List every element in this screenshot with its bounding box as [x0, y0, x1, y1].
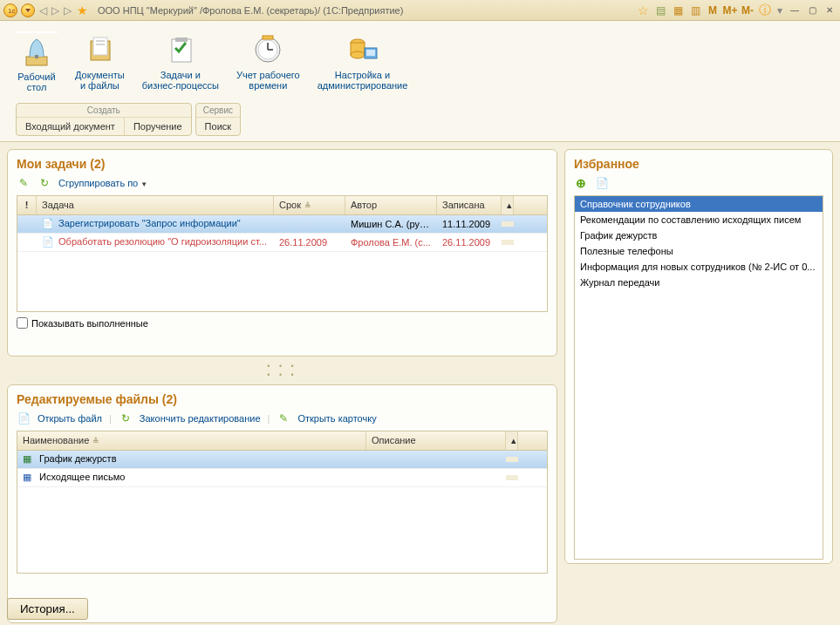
incoming-doc-button[interactable]: Входящий документ: [17, 118, 125, 135]
open-card-button[interactable]: Открыть карточку: [297, 413, 376, 424]
col-author[interactable]: Автор: [345, 196, 437, 214]
sub-group-create: Создать Входящий документ Поручение: [16, 103, 192, 136]
desktop-icon: [16, 33, 58, 68]
favorites-panel: Избранное ⊕ 📄 Справочник сотрудников Рек…: [564, 149, 833, 564]
calc-icon[interactable]: ▦: [671, 3, 685, 17]
favorite-item[interactable]: Информация для новых сотрудников (№ 2-ИС…: [575, 259, 823, 275]
settings-icon: [342, 31, 384, 66]
refresh-icon[interactable]: ↻: [38, 176, 51, 190]
favorite-icon[interactable]: ★: [75, 3, 89, 17]
svg-rect-2: [35, 55, 38, 58]
file-icon: 📄: [17, 411, 31, 425]
star-icon[interactable]: ☆: [636, 3, 650, 17]
col-recorded[interactable]: Записана: [437, 196, 502, 214]
document-icon[interactable]: 📄: [595, 176, 609, 190]
col-name[interactable]: Наименование≜: [17, 431, 366, 450]
col-deadline[interactable]: Срок≜: [274, 196, 345, 214]
svg-rect-4: [93, 37, 107, 55]
svg-rect-7: [172, 39, 191, 62]
svg-rect-18: [366, 50, 375, 56]
tab-settings-label: Настройка и администрирование: [318, 70, 408, 91]
task-icon: 📄: [42, 218, 56, 230]
clock-icon: [247, 31, 289, 66]
tab-tasks[interactable]: Задачи и бизнес-процессы: [142, 31, 219, 92]
panel-separator[interactable]: • • •• • •: [7, 360, 557, 381]
favorite-item[interactable]: Справочник сотрудников: [575, 196, 823, 212]
maximize-button[interactable]: ▢: [805, 4, 819, 17]
titlebar: 1c ◁ ▷ ▷ ★ ООО НПЦ "Меркурий" /Фролова Е…: [0, 0, 840, 21]
finish-editing-button[interactable]: Закончить редактирование: [140, 413, 261, 424]
tab-time[interactable]: Учет рабочего времени: [236, 31, 300, 92]
info-dropdown-icon[interactable]: ▾: [775, 3, 784, 17]
tab-time-label: Учет рабочего времени: [236, 70, 300, 91]
tasks-title: Мои задачи (2): [17, 157, 548, 171]
show-done-label: Показывать выполненные: [31, 318, 148, 329]
edit-icon[interactable]: ✎: [17, 176, 31, 190]
dropdown-icon[interactable]: [21, 3, 35, 17]
show-done-checkbox[interactable]: Показывать выполненные: [17, 312, 548, 329]
col-priority[interactable]: !: [17, 196, 37, 214]
svg-point-16: [351, 51, 365, 58]
calendar-icon[interactable]: ▥: [688, 3, 702, 17]
tasks-panel: Мои задачи (2) ✎ ↻ Сгруппировать по ▼ ! …: [7, 149, 557, 357]
word-icon: ▦: [23, 472, 37, 484]
file-row[interactable]: ▦ Исходящее письмо: [17, 469, 547, 487]
nav-back-icon[interactable]: ◁: [38, 3, 47, 17]
task-row[interactable]: 📄 Обработать резолюцию "О гидроизоляции …: [17, 234, 547, 252]
tasks-grid: ! Задача Срок≜ Автор Записана ▴ 📄 Зареги…: [17, 195, 548, 312]
sub-group-create-header: Создать: [17, 104, 191, 118]
favorite-item[interactable]: Полезные телефоны: [575, 243, 823, 259]
card-icon: ✎: [277, 411, 290, 425]
file-row[interactable]: ▦ График дежурств: [17, 451, 547, 469]
minimize-button[interactable]: —: [788, 4, 802, 17]
clipboard-icon[interactable]: ▤: [653, 3, 667, 17]
info-icon[interactable]: ⓘ: [758, 3, 772, 17]
tab-settings[interactable]: Настройка и администрирование: [318, 31, 408, 92]
files-panel: Редактируемые файлы (2) 📄 Открыть файл |…: [7, 384, 557, 623]
task-icon: 📄: [42, 236, 56, 248]
col-scroll-marker: ▴: [502, 196, 514, 214]
sub-group-service: Сервис Поиск: [195, 103, 241, 136]
tasks-icon: [160, 31, 201, 66]
files-title: Редактируемые файлы (2): [17, 392, 548, 406]
assignment-button[interactable]: Поручение: [125, 118, 191, 135]
favorite-item[interactable]: Рекомендации по составлению исходящих пи…: [575, 212, 823, 228]
m-minus-button[interactable]: M-: [741, 4, 755, 17]
m-button[interactable]: M: [706, 4, 720, 17]
files-grid: Наименование≜ Описание ▴ ▦ График дежурс…: [17, 431, 548, 574]
favorites-list: Справочник сотрудников Рекомендации по с…: [574, 195, 823, 560]
favorite-item[interactable]: Журнал передачи: [575, 275, 823, 290]
history-button[interactable]: История...: [7, 598, 88, 620]
nav-fwd2-icon[interactable]: ▷: [63, 3, 72, 17]
documents-icon: [79, 31, 120, 66]
excel-icon: ▦: [23, 453, 37, 465]
svg-rect-13: [263, 36, 273, 39]
show-done-input[interactable]: [17, 317, 28, 329]
group-by-dropdown[interactable]: Сгруппировать по ▼: [58, 178, 147, 188]
svg-text:1c: 1c: [8, 7, 15, 15]
tab-desktop[interactable]: Рабочий стол: [16, 31, 58, 92]
tab-tasks-label: Задачи и бизнес-процессы: [142, 70, 219, 91]
task-row[interactable]: 📄 Зарегистрировать "Запрос информации" М…: [17, 215, 547, 234]
window-title: ООО НПЦ "Меркурий" /Фролова Е.М. (секрет…: [98, 5, 403, 16]
favorites-title: Избранное: [574, 157, 823, 171]
tab-documents[interactable]: Документы и файлы: [75, 31, 125, 92]
nav-fwd-icon[interactable]: ▷: [51, 3, 59, 17]
add-favorite-icon[interactable]: ⊕: [574, 176, 588, 190]
col-scroll-marker: ▴: [506, 431, 518, 450]
m-plus-button[interactable]: M+: [723, 4, 737, 17]
col-desc[interactable]: Описание: [366, 431, 506, 450]
close-button[interactable]: ✕: [823, 4, 837, 17]
col-task[interactable]: Задача: [37, 196, 274, 214]
svg-rect-8: [175, 37, 188, 42]
finish-icon: ↻: [119, 411, 133, 425]
favorite-item[interactable]: График дежурств: [575, 228, 823, 243]
tab-desktop-label: Рабочий стол: [17, 71, 55, 92]
app-icon: 1c: [3, 3, 17, 17]
search-button[interactable]: Поиск: [196, 118, 240, 135]
open-file-button[interactable]: Открыть файл: [38, 413, 102, 424]
sub-group-service-header: Сервис: [196, 104, 240, 118]
tab-documents-label: Документы и файлы: [75, 70, 125, 91]
main-toolbar: Рабочий стол Документы и файлы Задачи и …: [0, 21, 840, 142]
